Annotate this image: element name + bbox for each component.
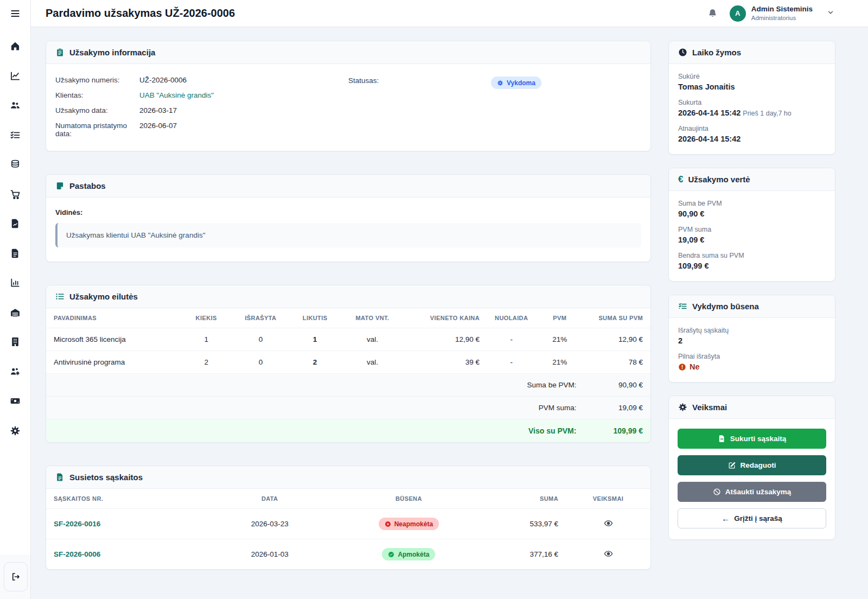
edit-icon (728, 461, 736, 469)
subtotal-row: Suma be PVM: 90,90 € (46, 374, 650, 397)
ban-icon (713, 488, 721, 496)
sidebar-item-home[interactable] (0, 31, 31, 61)
app-root: Pardavimo užsakymas UŽ-2026-0006 A Admin… (0, 0, 868, 599)
check-circle-icon (388, 551, 394, 558)
card-title: Užsakymo vertė (688, 175, 750, 184)
table-row: Microsoft 365 licencija 1 0 1 val. 12,90… (46, 328, 650, 351)
field-order-number: Užsakymo numeris: UŽ-2026-0006 (55, 76, 348, 84)
products-coins-icon (10, 159, 21, 170)
card-title: Susietos sąskaitos (69, 473, 143, 482)
content: Užsakymo informacija Užsakymo numeris: U… (31, 27, 868, 599)
eye-icon (604, 519, 613, 528)
sidebar-item-reports[interactable] (0, 268, 31, 298)
timestamps-card: Laiko žymos Sukūrė Tomas Jonaitis Sukurt… (668, 41, 835, 155)
clients-icon (10, 100, 21, 111)
sidebar-item-products[interactable] (0, 150, 31, 180)
clipboard-icon (55, 48, 65, 57)
list-icon (55, 292, 65, 301)
order-info-card: Užsakymo informacija Užsakymo numeris: U… (46, 41, 651, 151)
invoice-icon (718, 435, 726, 443)
sidebar-item-analytics[interactable] (0, 61, 31, 91)
invoices-table: Sąskaitos nr. Data Būsena Suma Veiksmai … (46, 489, 650, 569)
vat-row: PVM suma: 19,09 € (46, 397, 650, 419)
arrow-left-icon: ← (722, 514, 730, 522)
field-client: Klientas: UAB "Auksinė grandis" (55, 91, 348, 99)
field-delivery-date: Numatoma pristatymo data: 2026-06-07 (55, 122, 348, 138)
table-header-row: Sąskaitos nr. Data Būsena Suma Veiksmai (46, 489, 650, 509)
subtotal: Suma be PVM 90,90 € (678, 200, 826, 218)
gear-badge-icon (497, 80, 503, 86)
card-title: Užsakymo informacija (69, 48, 155, 57)
invoice-status-badge: Neapmokėta (379, 518, 439, 530)
table-row: Antivirusinė programa 2 0 2 val. 39 € - … (46, 351, 650, 374)
logout-button[interactable] (4, 562, 28, 591)
grand-total-row: Viso su PVM: 109,99 € (46, 419, 650, 443)
create-invoice-button[interactable]: Sukurti sąskaitą (678, 429, 826, 449)
notifications-button[interactable] (707, 8, 718, 18)
exclamation-circle-icon (678, 363, 686, 371)
bell-icon (707, 8, 718, 18)
sidebar-item-finance[interactable] (0, 386, 31, 416)
table-header-row: Pavadinimas Kiekis Išrašyta Likutis Mato… (46, 308, 650, 328)
internal-notes-label: Vidinės: (55, 208, 641, 216)
banknote-icon (10, 396, 21, 406)
linked-invoices-card: Susietos sąskaitos Sąskaitos nr. Data Bū… (46, 466, 651, 570)
invoices-issued: Išrašytų sąskaitų 2 (678, 327, 826, 345)
order-value-card: € Užsakymo vertė Suma be PVM 90,90 € PVM… (668, 168, 835, 282)
sidebar-item-warehouse[interactable] (0, 298, 31, 328)
file-chart-icon (10, 218, 21, 229)
clock-icon (678, 48, 687, 57)
user-name: Admin Sisteminis (751, 5, 813, 14)
sidebar-footer (0, 555, 30, 599)
view-invoice-button[interactable] (604, 519, 613, 528)
created-at: Sukurta 2026-04-14 15:42 Prieš 1 day,7 h… (678, 99, 826, 117)
home-icon (10, 41, 21, 52)
sidebar-item-hr[interactable] (0, 357, 31, 387)
sidebar-item-orders[interactable] (0, 120, 31, 150)
total-with-vat: Bendra suma su PVM 109,99 € (678, 252, 826, 270)
view-invoice-button[interactable] (604, 549, 613, 558)
sidebar-item-report-file[interactable] (0, 209, 31, 239)
status-label: Statusas: (348, 77, 432, 85)
back-to-list-button[interactable]: ← Grįžti į sąrašą (678, 508, 826, 528)
bar-chart-icon (10, 277, 21, 288)
x-circle-icon (385, 521, 391, 527)
invoice-icon (55, 473, 65, 482)
user-menu[interactable]: A Admin Sisteminis Administratorius (730, 5, 834, 22)
eye-icon (604, 549, 613, 558)
created-ago: Prieš 1 day,7 ho (743, 110, 791, 117)
order-lines-card: Užsakymo eilutės Pavadinimas Kiekis Išra… (46, 285, 651, 443)
hamburger-icon (10, 8, 21, 19)
building-icon (10, 336, 21, 347)
cancel-order-button[interactable]: Atšaukti užsakymą (678, 482, 826, 502)
card-title: Užsakymo eilutės (69, 292, 138, 301)
cart-icon (10, 189, 21, 200)
sidebar-item-company[interactable] (0, 327, 31, 357)
sidebar-item-documents[interactable] (0, 239, 31, 269)
settings-gear-icon (10, 425, 21, 436)
card-title: Pastabos (69, 181, 106, 190)
client-link[interactable]: UAB "Auksinė grandis" (139, 91, 214, 99)
invoice-link[interactable]: SF-2026-0016 (54, 520, 100, 528)
updated-at: Atnaujinta 2026-04-14 15:42 (678, 125, 826, 143)
checklist-icon (678, 302, 687, 311)
euro-icon: € (678, 175, 683, 184)
logout-icon (11, 572, 21, 582)
warehouse-icon (10, 307, 21, 318)
order-lines-table: Pavadinimas Kiekis Išrašyta Likutis Mato… (46, 308, 650, 442)
card-title: Vykdymo būsena (692, 302, 759, 311)
sidebar (0, 0, 31, 599)
hamburger-menu-button[interactable] (0, 0, 30, 28)
topbar: Pardavimo užsakymas UŽ-2026-0006 A Admin… (31, 0, 868, 27)
status-badge: Vykdoma (491, 77, 541, 89)
sidebar-item-purchases[interactable] (0, 180, 31, 209)
invoice-link[interactable]: SF-2026-0006 (54, 550, 100, 558)
orders-checklist-icon (10, 130, 21, 141)
sidebar-item-clients[interactable] (0, 91, 31, 120)
edit-button[interactable]: Redaguoti (678, 455, 826, 475)
card-title: Veiksmai (692, 403, 727, 412)
sidebar-item-settings[interactable] (0, 416, 31, 446)
actions-card: Veiksmai Sukurti sąskaitą Redaguoti (668, 396, 835, 540)
field-order-date: Užsakymo data: 2026-03-17 (55, 106, 348, 114)
execution-status-card: Vykdymo būsena Išrašytų sąskaitų 2 Pilna… (668, 295, 835, 383)
